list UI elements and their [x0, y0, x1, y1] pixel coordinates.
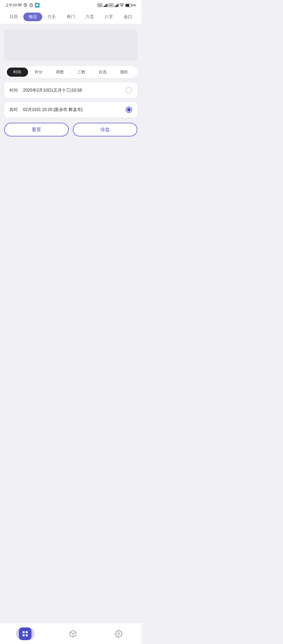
- zhenshi-label: 真时: [9, 107, 19, 113]
- tab-liuyao[interactable]: 六爻: [80, 13, 99, 21]
- tab-qimen[interactable]: 奇门: [61, 13, 80, 21]
- map-icon: [35, 3, 40, 8]
- time-radio[interactable]: [126, 87, 132, 93]
- status-indicators: HD HD 66: [97, 3, 136, 7]
- mode-liangsu[interactable]: 两数: [50, 68, 71, 77]
- time-value: 2025年2月10日(正月十三)10:56: [23, 88, 126, 93]
- signal-bars-1: [104, 3, 107, 7]
- mode-shifen[interactable]: 时分: [28, 68, 50, 77]
- hd-badge-2: HD: [108, 3, 113, 7]
- mode-suiji[interactable]: 随机: [114, 68, 135, 77]
- time-row[interactable]: 时间 2025年2月10日(正月十三)10:56: [4, 82, 137, 98]
- clock-icon: [29, 3, 33, 7]
- arrange-button[interactable]: 排盘: [73, 123, 137, 136]
- mode-selector: 时间 时分 两数 三数 自选 随机: [4, 66, 137, 78]
- hd-badge: HD: [97, 3, 102, 7]
- ad-banner: [4, 29, 137, 61]
- status-time: 上午10:56: [5, 3, 40, 8]
- wifi-icon: [119, 3, 124, 7]
- time-text: 上午10:56: [5, 3, 22, 8]
- time-label: 时间: [9, 88, 19, 93]
- zhenshi-value: 02月10日 10:20 [新乡市-辉县市]: [23, 107, 126, 113]
- nav-tabs: 日历 梅花 六壬 奇门 六爻 八字 金口: [0, 10, 142, 24]
- mode-sansu[interactable]: 三数: [71, 68, 92, 77]
- main-content: 时间 时分 两数 三数 自选 随机 时间 2025年2月10日(正月十三)10:…: [0, 24, 142, 260]
- mode-zixuan[interactable]: 自选: [92, 68, 113, 77]
- alarm-icon: [23, 3, 28, 7]
- tab-liuren[interactable]: 六壬: [42, 13, 61, 21]
- reset-button[interactable]: 重置: [4, 123, 69, 136]
- tab-jinkou[interactable]: 金口: [118, 13, 137, 21]
- tab-bazi[interactable]: 八字: [99, 13, 118, 21]
- radio-inner: [127, 108, 131, 112]
- tab-rili[interactable]: 日历: [4, 13, 23, 21]
- tab-meihua[interactable]: 梅花: [23, 13, 42, 21]
- status-bar: 上午10:56 HD HD: [0, 0, 142, 10]
- signal-bars-2: [115, 3, 118, 7]
- battery-level: 66: [133, 4, 136, 7]
- action-buttons: 重置 排盘: [4, 123, 137, 136]
- battery-indicator: 66: [125, 4, 136, 7]
- zhenshi-radio[interactable]: [126, 107, 132, 113]
- zhenshi-row[interactable]: 真时 02月10日 10:20 [新乡市-辉县市]: [4, 102, 137, 118]
- mode-time[interactable]: 时间: [7, 68, 28, 77]
